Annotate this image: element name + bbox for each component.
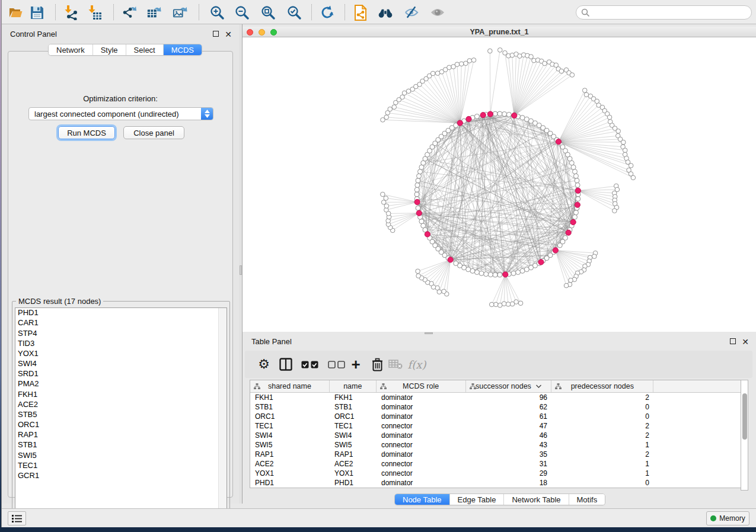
table-cell[interactable]: 46 [466, 431, 552, 440]
table-cell[interactable]: 1 [552, 459, 654, 469]
mcds-result-list[interactable]: PHD1CAR1STP4TID3YOX1SWI4SRD1PMA2FKH1ACE2… [15, 307, 227, 518]
table-row[interactable]: RAP1RAP1dominator352 [250, 450, 741, 459]
table-cell[interactable]: 43 [466, 440, 552, 450]
zoom-in-icon[interactable] [209, 5, 225, 20]
table-cell[interactable]: YOX1 [250, 469, 330, 478]
close-panel-icon[interactable]: ✕ [225, 30, 232, 39]
task-history-button[interactable] [8, 511, 26, 525]
table-cell[interactable]: 2 [552, 431, 654, 440]
mcds-result-item[interactable]: CAR1 [15, 318, 227, 328]
close-table-panel-icon[interactable]: ✕ [742, 337, 749, 347]
table-cell[interactable]: 2 [552, 421, 654, 431]
network-canvas[interactable] [243, 37, 756, 332]
table-cell[interactable]: 31 [466, 459, 552, 469]
export-table-icon[interactable] [146, 5, 162, 20]
mcds-result-item[interactable]: STB5 [15, 410, 227, 420]
table-cell[interactable]: SWI5 [250, 440, 330, 450]
export-image-icon[interactable] [173, 5, 188, 20]
tab-motifs[interactable]: Motifs [569, 494, 605, 505]
table-cell[interactable]: connector [377, 421, 466, 431]
open-file-icon[interactable] [8, 5, 23, 20]
tab-edge-table[interactable]: Edge Table [450, 494, 505, 505]
table-cell[interactable]: 47 [466, 421, 552, 431]
table-cell[interactable]: dominator [377, 393, 466, 402]
table-cell[interactable]: 96 [466, 393, 552, 402]
mcds-result-item[interactable]: SRD1 [15, 369, 227, 379]
table-cell[interactable]: SWI5 [330, 440, 377, 450]
import-table-icon[interactable] [87, 5, 103, 20]
table-cell[interactable]: ORC1 [330, 412, 377, 421]
delete-table-icon[interactable] [387, 356, 404, 373]
zoom-selected-icon[interactable] [286, 5, 302, 20]
table-cell[interactable]: 0 [552, 478, 654, 488]
table-cell[interactable]: 2 [552, 450, 654, 459]
import-network-icon[interactable] [63, 5, 79, 20]
network-document-icon[interactable] [353, 5, 368, 20]
table-cell[interactable]: FKH1 [330, 393, 377, 402]
mcds-result-item[interactable]: PMA2 [15, 379, 227, 389]
mcds-result-item[interactable]: ORC1 [15, 420, 227, 430]
table-scrollbar-thumb[interactable] [742, 393, 747, 440]
table-cell[interactable]: SWI4 [330, 431, 377, 440]
mcds-result-item[interactable]: PHD1 [15, 308, 227, 318]
table-cell[interactable]: FKH1 [250, 393, 330, 402]
table-cell[interactable]: 1 [552, 440, 654, 450]
table-cell[interactable]: dominator [377, 402, 466, 412]
table-cell[interactable]: 62 [466, 402, 552, 412]
table-cell[interactable]: STB1 [250, 402, 330, 412]
criterion-dropdown[interactable]: largest connected component (undirected) [28, 107, 213, 120]
table-cell[interactable]: 35 [466, 450, 552, 459]
table-cell[interactable]: ACE2 [330, 459, 377, 469]
save-session-icon[interactable] [29, 5, 44, 20]
table-cell[interactable]: connector [377, 459, 466, 469]
table-cell[interactable]: 2 [552, 393, 654, 402]
table-cell[interactable]: dominator [377, 412, 466, 421]
show-column-panel-icon[interactable] [277, 356, 294, 373]
table-row[interactable]: SWI5SWI5connector431 [250, 440, 741, 450]
mcds-list-scrollbar[interactable] [218, 308, 227, 518]
table-cell[interactable]: TEC1 [330, 421, 377, 431]
table-row[interactable]: ACE2ACE2connector311 [250, 459, 741, 469]
table-row[interactable]: ORC1ORC1dominator610 [250, 412, 741, 421]
table-cell[interactable]: RAP1 [330, 450, 377, 459]
table-cell[interactable]: SWI4 [250, 431, 330, 440]
table-cell[interactable]: dominator [377, 450, 466, 459]
table-cell[interactable]: STB1 [330, 402, 377, 412]
memory-button[interactable]: Memory [706, 511, 749, 525]
table-row[interactable]: YOX1YOX1connector291 [250, 469, 741, 478]
search-input[interactable] [576, 5, 752, 20]
table-cell[interactable]: ORC1 [250, 412, 330, 421]
mcds-result-item[interactable]: GCR1 [15, 471, 227, 481]
zoom-out-icon[interactable] [234, 5, 250, 20]
table-cell[interactable]: 61 [466, 412, 552, 421]
table-cell[interactable]: YOX1 [330, 469, 377, 478]
close-panel-button[interactable]: Close panel [123, 126, 184, 139]
column-header-name[interactable]: name [330, 380, 377, 392]
table-cell[interactable]: 1 [552, 469, 654, 478]
tab-style[interactable]: Style [93, 44, 126, 55]
run-mcds-button[interactable]: Run MCDS [58, 126, 115, 139]
apply-layout-icon[interactable] [320, 5, 335, 20]
table-row[interactable]: PHD1PHD1dominator180 [250, 478, 741, 488]
table-row[interactable]: SWI4SWI4dominator462 [250, 431, 741, 440]
table-cell[interactable]: ACE2 [250, 459, 330, 469]
table-cell[interactable]: 0 [552, 412, 654, 421]
table-cell[interactable]: PHD1 [250, 478, 330, 488]
table-cell[interactable]: dominator [377, 431, 466, 440]
table-cell[interactable]: RAP1 [250, 450, 330, 459]
column-header-successor-nodes[interactable]: successor nodes [466, 380, 552, 392]
mcds-result-item[interactable]: TEC1 [15, 461, 227, 471]
mcds-result-item[interactable]: SWI4 [15, 359, 227, 369]
column-header-shared-name[interactable]: shared name [250, 380, 330, 392]
delete-columns-icon[interactable] [369, 356, 385, 373]
show-panels-icon[interactable] [430, 5, 445, 20]
column-header-predecessor-nodes[interactable]: predecessor nodes [551, 380, 653, 392]
mcds-result-item[interactable]: STB1 [15, 440, 227, 450]
hide-panels-icon[interactable] [404, 5, 419, 20]
table-cell[interactable]: 29 [466, 469, 552, 478]
mcds-result-item[interactable]: STP4 [15, 328, 227, 338]
table-row[interactable]: TEC1TEC1connector472 [250, 421, 741, 431]
tab-node-table[interactable]: Node Table [395, 494, 450, 505]
search-window-icon[interactable] [378, 5, 393, 20]
tab-mcds[interactable]: MCDS [164, 44, 202, 55]
